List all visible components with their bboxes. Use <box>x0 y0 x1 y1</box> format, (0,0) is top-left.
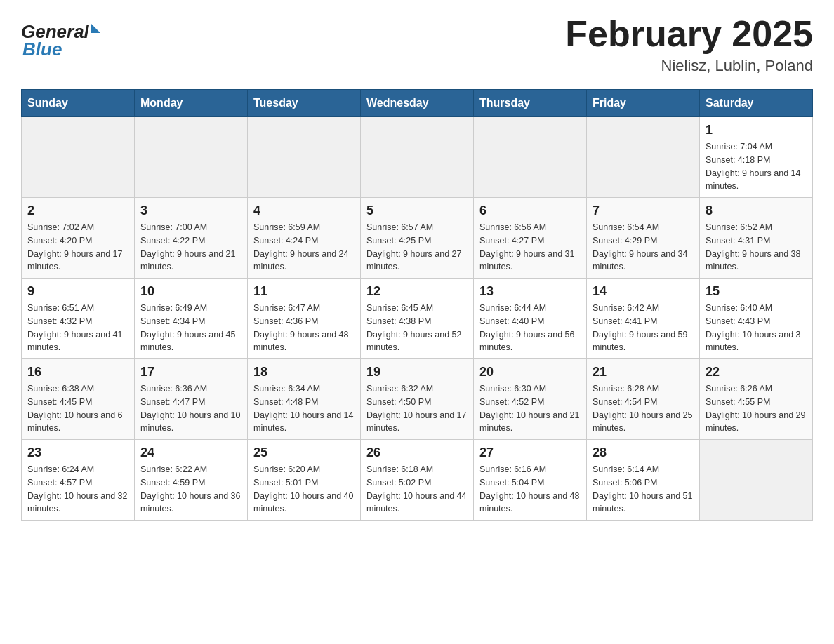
day-info: Sunrise: 6:54 AM Sunset: 4:29 PM Dayligh… <box>593 221 694 274</box>
day-number: 5 <box>366 203 468 218</box>
day-number: 24 <box>140 445 241 460</box>
day-info: Sunrise: 6:34 AM Sunset: 4:48 PM Dayligh… <box>253 382 355 435</box>
day-number: 19 <box>366 365 468 380</box>
day-number: 9 <box>27 284 128 299</box>
day-info: Sunrise: 6:22 AM Sunset: 4:59 PM Dayligh… <box>140 463 241 516</box>
day-number: 8 <box>706 203 807 218</box>
day-number: 13 <box>479 284 581 299</box>
day-number: 10 <box>140 284 241 299</box>
day-number: 20 <box>479 365 581 380</box>
table-row: 13Sunrise: 6:44 AM Sunset: 4:40 PM Dayli… <box>474 279 587 359</box>
day-info: Sunrise: 6:40 AM Sunset: 4:43 PM Dayligh… <box>706 302 807 354</box>
table-row: 3Sunrise: 7:00 AM Sunset: 4:22 PM Daylig… <box>135 198 248 279</box>
day-info: Sunrise: 6:57 AM Sunset: 4:25 PM Dayligh… <box>366 221 468 274</box>
day-number: 4 <box>253 203 355 218</box>
day-info: Sunrise: 6:51 AM Sunset: 4:32 PM Dayligh… <box>27 302 128 354</box>
day-number: 18 <box>253 365 355 380</box>
table-row <box>700 440 813 521</box>
table-row: 15Sunrise: 6:40 AM Sunset: 4:43 PM Dayli… <box>700 279 813 359</box>
table-row: 4Sunrise: 6:59 AM Sunset: 4:24 PM Daylig… <box>248 198 361 279</box>
day-info: Sunrise: 6:45 AM Sunset: 4:38 PM Dayligh… <box>366 302 468 354</box>
day-number: 22 <box>706 365 807 380</box>
table-row: 1Sunrise: 7:04 AM Sunset: 4:18 PM Daylig… <box>700 117 813 198</box>
day-number: 26 <box>366 445 468 460</box>
table-row: 9Sunrise: 6:51 AM Sunset: 4:32 PM Daylig… <box>22 279 135 359</box>
table-row: 7Sunrise: 6:54 AM Sunset: 4:29 PM Daylig… <box>587 198 700 279</box>
day-info: Sunrise: 6:52 AM Sunset: 4:31 PM Dayligh… <box>706 221 807 274</box>
table-row: 8Sunrise: 6:52 AM Sunset: 4:31 PM Daylig… <box>700 198 813 279</box>
day-info: Sunrise: 6:18 AM Sunset: 5:02 PM Dayligh… <box>366 463 468 516</box>
header-tuesday: Tuesday <box>248 90 361 117</box>
table-row: 16Sunrise: 6:38 AM Sunset: 4:45 PM Dayli… <box>22 359 135 440</box>
day-number: 2 <box>27 203 128 218</box>
table-row: 19Sunrise: 6:32 AM Sunset: 4:50 PM Dayli… <box>361 359 474 440</box>
table-row: 20Sunrise: 6:30 AM Sunset: 4:52 PM Dayli… <box>474 359 587 440</box>
title-area: February 2025 Nielisz, Lublin, Poland <box>565 14 813 75</box>
day-number: 1 <box>706 123 807 137</box>
table-row: 26Sunrise: 6:18 AM Sunset: 5:02 PM Dayli… <box>361 440 474 521</box>
table-row <box>361 117 474 198</box>
table-row: 5Sunrise: 6:57 AM Sunset: 4:25 PM Daylig… <box>361 198 474 279</box>
table-row: 10Sunrise: 6:49 AM Sunset: 4:34 PM Dayli… <box>135 279 248 359</box>
day-info: Sunrise: 6:32 AM Sunset: 4:50 PM Dayligh… <box>366 382 468 435</box>
day-info: Sunrise: 7:02 AM Sunset: 4:20 PM Dayligh… <box>27 221 128 274</box>
header-friday: Friday <box>587 90 700 117</box>
day-info: Sunrise: 6:38 AM Sunset: 4:45 PM Dayligh… <box>27 382 128 435</box>
table-row: 24Sunrise: 6:22 AM Sunset: 4:59 PM Dayli… <box>135 440 248 521</box>
day-info: Sunrise: 6:59 AM Sunset: 4:24 PM Dayligh… <box>253 221 355 274</box>
table-row <box>587 117 700 198</box>
calendar-table: Sunday Monday Tuesday Wednesday Thursday… <box>21 89 813 521</box>
day-number: 7 <box>593 203 694 218</box>
table-row: 27Sunrise: 6:16 AM Sunset: 5:04 PM Dayli… <box>474 440 587 521</box>
table-row <box>22 117 135 198</box>
header-sunday: Sunday <box>22 90 135 117</box>
calendar-header-row: Sunday Monday Tuesday Wednesday Thursday… <box>22 90 813 117</box>
table-row: 28Sunrise: 6:14 AM Sunset: 5:06 PM Dayli… <box>587 440 700 521</box>
table-row <box>248 117 361 198</box>
table-row: 22Sunrise: 6:26 AM Sunset: 4:55 PM Dayli… <box>700 359 813 440</box>
logo: General Blue <box>21 21 100 60</box>
header-wednesday: Wednesday <box>361 90 474 117</box>
day-info: Sunrise: 6:24 AM Sunset: 4:57 PM Dayligh… <box>27 463 128 516</box>
table-row: 11Sunrise: 6:47 AM Sunset: 4:36 PM Dayli… <box>248 279 361 359</box>
day-number: 27 <box>479 445 581 460</box>
day-info: Sunrise: 6:36 AM Sunset: 4:47 PM Dayligh… <box>140 382 241 435</box>
calendar-week-5: 23Sunrise: 6:24 AM Sunset: 4:57 PM Dayli… <box>22 440 813 521</box>
header-monday: Monday <box>135 90 248 117</box>
table-row <box>135 117 248 198</box>
day-number: 17 <box>140 365 241 380</box>
day-info: Sunrise: 6:16 AM Sunset: 5:04 PM Dayligh… <box>479 463 581 516</box>
table-row: 14Sunrise: 6:42 AM Sunset: 4:41 PM Dayli… <box>587 279 700 359</box>
day-info: Sunrise: 6:42 AM Sunset: 4:41 PM Dayligh… <box>593 302 694 354</box>
day-info: Sunrise: 6:30 AM Sunset: 4:52 PM Dayligh… <box>479 382 581 435</box>
day-number: 3 <box>140 203 241 218</box>
table-row: 2Sunrise: 7:02 AM Sunset: 4:20 PM Daylig… <box>22 198 135 279</box>
day-info: Sunrise: 6:49 AM Sunset: 4:34 PM Dayligh… <box>140 302 241 354</box>
day-number: 28 <box>593 445 694 460</box>
table-row: 25Sunrise: 6:20 AM Sunset: 5:01 PM Dayli… <box>248 440 361 521</box>
calendar-week-4: 16Sunrise: 6:38 AM Sunset: 4:45 PM Dayli… <box>22 359 813 440</box>
day-number: 11 <box>253 284 355 299</box>
header-thursday: Thursday <box>474 90 587 117</box>
table-row: 12Sunrise: 6:45 AM Sunset: 4:38 PM Dayli… <box>361 279 474 359</box>
header-saturday: Saturday <box>700 90 813 117</box>
day-number: 15 <box>706 284 807 299</box>
day-number: 23 <box>27 445 128 460</box>
table-row: 6Sunrise: 6:56 AM Sunset: 4:27 PM Daylig… <box>474 198 587 279</box>
calendar-week-2: 2Sunrise: 7:02 AM Sunset: 4:20 PM Daylig… <box>22 198 813 279</box>
day-number: 12 <box>366 284 468 299</box>
logo-blue: Blue <box>22 39 62 60</box>
day-info: Sunrise: 7:04 AM Sunset: 4:18 PM Dayligh… <box>706 140 807 193</box>
table-row: 18Sunrise: 6:34 AM Sunset: 4:48 PM Dayli… <box>248 359 361 440</box>
day-info: Sunrise: 7:00 AM Sunset: 4:22 PM Dayligh… <box>140 221 241 274</box>
day-number: 16 <box>27 365 128 380</box>
day-info: Sunrise: 6:14 AM Sunset: 5:06 PM Dayligh… <box>593 463 694 516</box>
table-row: 23Sunrise: 6:24 AM Sunset: 4:57 PM Dayli… <box>22 440 135 521</box>
location: Nielisz, Lublin, Poland <box>565 57 813 75</box>
day-info: Sunrise: 6:20 AM Sunset: 5:01 PM Dayligh… <box>253 463 355 516</box>
day-number: 21 <box>593 365 694 380</box>
table-row: 17Sunrise: 6:36 AM Sunset: 4:47 PM Dayli… <box>135 359 248 440</box>
day-number: 25 <box>253 445 355 460</box>
table-row: 21Sunrise: 6:28 AM Sunset: 4:54 PM Dayli… <box>587 359 700 440</box>
day-info: Sunrise: 6:56 AM Sunset: 4:27 PM Dayligh… <box>479 221 581 274</box>
